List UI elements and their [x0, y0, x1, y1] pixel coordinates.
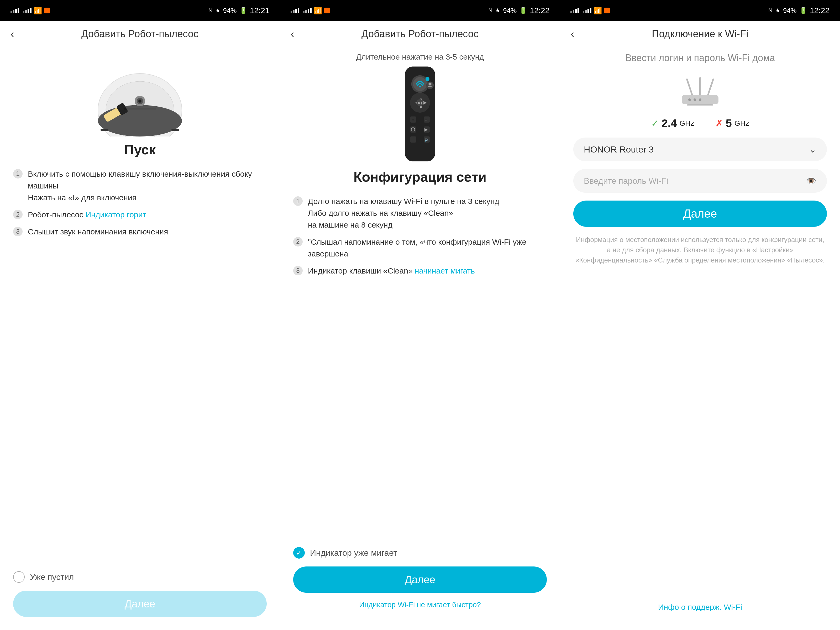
instruction-item-1-3: 3 Слышит звук напоминания включения	[13, 226, 267, 238]
svg-text:+: +	[412, 117, 414, 122]
instruction-list-2: 1 Долго нажать на клавишу Wi-Fi в пульте…	[293, 195, 547, 277]
wifi-support-link[interactable]: Инфо о поддерж. Wi-Fi	[573, 603, 827, 619]
svg-point-15	[426, 77, 429, 81]
svg-rect-4	[171, 129, 179, 131]
svg-text:🔈: 🔈	[425, 137, 429, 142]
instruction-item-2-2: 2 "Слышал напоминание о том, «что конфиг…	[293, 236, 547, 260]
battery-percent-3: 94%	[783, 6, 797, 15]
wifi-enter-credentials-title: Ввести логин и пароль Wi-Fi дома	[625, 47, 775, 63]
eye-toggle-icon[interactable]: 👁️	[806, 176, 816, 186]
freq-5-item: ✗ 5 GHz	[715, 117, 749, 129]
instruction-text-2-2: "Слышал напоминание о том, «что конфигур…	[308, 236, 547, 260]
svg-point-7	[138, 99, 142, 103]
freq-5-label: 5	[726, 117, 732, 129]
status-left-2: 📶	[291, 6, 330, 15]
support-area: Инфо о поддерж. Wi-Fi	[560, 597, 840, 630]
status-panel-3: 📶 N ★ 94% 🔋 12:22	[560, 0, 840, 21]
signal-icon-4	[303, 8, 312, 13]
step-num-2-3: 3	[293, 266, 303, 275]
back-button-3[interactable]: ‹	[571, 28, 574, 40]
battery-icon-3: 🔋	[799, 7, 807, 14]
nav-header-3: ‹ Подключение к Wi-Fi	[560, 21, 840, 47]
step-num-2-1: 1	[293, 196, 303, 206]
notification-badge-3	[604, 8, 610, 13]
router-icon-area	[676, 71, 724, 109]
blink-link[interactable]: начинает мигать	[415, 267, 475, 275]
check-24-icon: ✓	[651, 118, 659, 129]
robot-vacuum-image	[87, 58, 193, 136]
bluetooth-icon-3: ★	[775, 7, 780, 14]
screen-2: ‹ Добавить Робот-пылесос Длительное нажа…	[280, 21, 560, 630]
step-num-1-3: 3	[13, 227, 22, 236]
screen-3: ‹ Подключение к Wi-Fi Ввести логин и пар…	[560, 21, 840, 630]
freq-24-label: 2.4	[662, 117, 677, 129]
nav-title-3: Подключение к Wi-Fi	[652, 28, 748, 39]
back-button-2[interactable]: ‹	[291, 28, 294, 40]
freq-5-sub: GHz	[734, 119, 749, 128]
nfc-icon-2: N	[488, 7, 493, 14]
signal-icon-3	[291, 8, 299, 13]
status-panel-1: 📶 N ★ 94% 🔋 12:21	[0, 0, 280, 21]
nav-header-2: ‹ Добавить Робот-пылесос	[280, 21, 560, 47]
bottom-area-1: Уже пустил Далее	[0, 563, 280, 630]
time-1: 12:21	[250, 6, 270, 15]
instruction-text-2-1: Долго нажать на клавишу Wi-Fi в пульте н…	[308, 195, 499, 231]
robot-image-area	[0, 47, 280, 142]
wifi-icon-1: 📶	[33, 6, 42, 15]
hint-text-2: Длительное нажатие на 3-5 секунд	[280, 47, 560, 62]
battery-icon-1: 🔋	[239, 7, 247, 14]
step-num-1-2: 2	[13, 210, 22, 219]
svg-rect-33	[410, 136, 416, 143]
instruction-text-1-2: Робот-пылесос Индикатор горит	[28, 209, 146, 221]
wifi-not-blinking-link[interactable]: Индикатор Wi-Fi не мигает быстро?	[293, 601, 547, 617]
status-right-1: N ★ 94% 🔋 12:21	[208, 6, 270, 15]
indicator-blinking-label: Индикатор уже мигает	[310, 548, 397, 558]
signal-icon-6	[583, 8, 591, 13]
svg-point-41	[688, 98, 691, 101]
router-icon	[676, 74, 724, 106]
wifi-icon-3: 📶	[594, 6, 602, 15]
svg-point-14	[419, 85, 421, 88]
signal-icon-2	[23, 8, 32, 13]
instruction-list-1: 1 Включить с помощью клавишу включения-в…	[13, 168, 267, 238]
bluetooth-icon-2: ★	[495, 7, 501, 14]
back-button-1[interactable]: ‹	[11, 28, 14, 40]
password-input-container[interactable]: Введите пароль Wi-Fi 👁️	[573, 169, 827, 193]
instruction-item-1-1: 1 Включить с помощью клавишу включения-в…	[13, 168, 267, 204]
instruction-text-1-1: Включить с помощью клавишу включения-вык…	[28, 168, 267, 204]
nav-title-1: Добавить Робот-пылесос	[81, 28, 199, 39]
network-dropdown[interactable]: HONOR Router 3 ⌄	[573, 137, 827, 161]
screen1-content: Пуск 1 Включить с помощью клавишу включе…	[0, 142, 280, 563]
next-button-3[interactable]: Далее	[573, 201, 827, 227]
router-name-label: HONOR Router 3	[584, 144, 654, 155]
status-left-3: 📶	[570, 6, 610, 15]
status-panel-2: 📶 N ★ 94% 🔋 12:22	[280, 0, 560, 21]
battery-icon-2: 🔋	[519, 7, 527, 14]
svg-text:▶: ▶	[425, 127, 428, 132]
instruction-item-2-1: 1 Долго нажать на клавишу Wi-Fi в пульте…	[293, 195, 547, 231]
already-started-checkbox[interactable]	[13, 571, 25, 583]
frequency-row: ✓ 2.4 GHz ✗ 5 GHz	[651, 117, 749, 129]
bluetooth-icon-1: ★	[215, 7, 221, 14]
next-button-1[interactable]: Далее	[13, 591, 267, 617]
wifi-icon-2: 📶	[314, 6, 322, 15]
notification-badge-2	[324, 8, 330, 13]
svg-text:▶▮: ▶▮	[418, 101, 423, 105]
svg-point-43	[699, 98, 701, 101]
instruction-item-1-2: 2 Робот-пылесос Индикатор горит	[13, 209, 267, 221]
notification-badge-1	[44, 8, 50, 13]
password-placeholder-text: Введите пароль Wi-Fi	[584, 176, 668, 186]
svg-point-17	[428, 82, 431, 85]
time-3: 12:22	[810, 6, 829, 15]
checkbox-row-2: ✓ Индикатор уже мигает	[293, 547, 547, 559]
indicator-blinking-checkbox[interactable]: ✓	[293, 547, 305, 559]
screens-container: ‹ Добавить Робот-пылесос	[0, 21, 840, 630]
battery-percent-1: 94%	[223, 6, 237, 15]
next-button-2[interactable]: Далее	[293, 567, 547, 593]
highlight-indicator[interactable]: Индикатор горит	[85, 210, 146, 219]
nav-title-2: Добавить Робот-пылесос	[362, 28, 478, 39]
screen-1: ‹ Добавить Робот-пылесос	[0, 21, 280, 630]
section-title-2: Конфигурация сети	[293, 169, 547, 185]
svg-line-38	[708, 79, 713, 95]
svg-text:⎓: ⎓	[425, 118, 427, 122]
